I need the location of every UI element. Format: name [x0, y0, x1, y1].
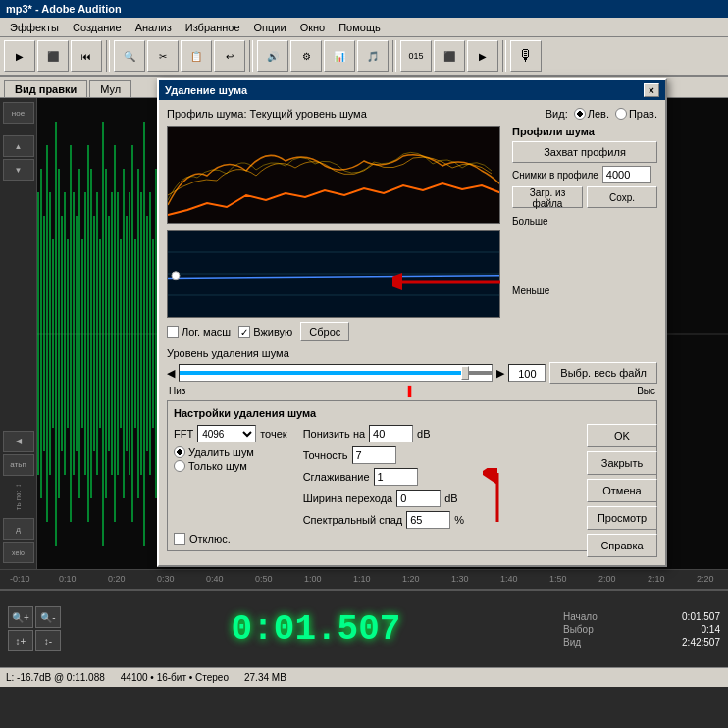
settings-title: Настройки удаления шума [174, 407, 650, 419]
spectral-row: Спектральный спад % [303, 511, 464, 529]
reset-btn[interactable]: Сброс [300, 322, 349, 341]
high-label: Выс [637, 386, 655, 396]
transition-label: Ширина перехода [303, 493, 393, 504]
noise-level-slider[interactable] [179, 364, 493, 382]
profiles-right-panel: Профили шума Захват профиля Снимки в про… [512, 126, 657, 318]
remove-noise-label: Удалить шум [188, 446, 254, 458]
view-radio-group: Вид: Лев. Прав. [546, 108, 657, 120]
profile-title: Профиль шума: Текущий уровень шума [167, 108, 367, 120]
preview-btn[interactable]: Просмотр [587, 506, 657, 530]
profiles-label: Профили шума [512, 126, 657, 137]
dialog-overlay: Удаление шума × Профиль шума: Текущий ур… [0, 0, 728, 728]
dialog-close-btn[interactable]: × [644, 83, 659, 97]
profile-header: Профиль шума: Текущий уровень шума Вид: … [167, 108, 657, 120]
fft-unit: точек [260, 428, 286, 440]
fft-label: FFT [174, 428, 193, 440]
svg-rect-52 [168, 127, 499, 223]
noise-reduction-display [167, 230, 500, 318]
remove-noise-radio[interactable] [174, 446, 185, 458]
less-label: Меньше [512, 286, 657, 296]
close-btn[interactable]: Закрыть [587, 451, 657, 475]
reduce-label: Понизить на [303, 428, 365, 440]
low-label: Низ [169, 386, 185, 396]
live-label: Вживую [253, 326, 292, 338]
log-scale-label: Лог. масш [182, 326, 231, 338]
radio-left-input[interactable] [574, 108, 586, 120]
fft-select[interactable]: 4096 2048 8192 [197, 425, 256, 442]
spectral-unit: % [454, 514, 464, 526]
range-labels: Низ ▌ Выс [167, 386, 657, 396]
live-checkbox[interactable]: Вживую [238, 326, 292, 338]
only-noise-radio[interactable] [174, 460, 185, 472]
slider-right-arrow: ▶ [496, 367, 504, 380]
noise-reduction-dialog: Удаление шума × Профиль шума: Текущий ур… [157, 78, 667, 567]
radio-right-input[interactable] [615, 108, 627, 120]
dialog-titlebar: Удаление шума × [159, 80, 665, 100]
transition-row: Ширина перехода dB [303, 490, 464, 507]
save-file-btn[interactable]: Сохр. [587, 186, 657, 208]
only-noise-label: Только шум [188, 460, 247, 472]
radio-right[interactable]: Прав. [615, 108, 657, 120]
apply-all-btn[interactable]: Выбр. весь файл [549, 362, 657, 384]
slider-left-arrow: ◀ [167, 367, 175, 380]
remove-noise-option[interactable]: Удалить шум [174, 446, 287, 458]
smoothing-input[interactable] [374, 468, 418, 486]
cancel-btn[interactable]: Отмена [587, 479, 657, 502]
accuracy-row: Точность [303, 446, 464, 464]
spectral-input[interactable] [406, 511, 450, 529]
transition-unit: dB [444, 493, 457, 504]
radio-right-label: Прав. [629, 108, 657, 120]
mode-radio: Удалить шум Только шум [174, 446, 287, 472]
capture-profile-btn[interactable]: Захват профиля [512, 141, 657, 163]
reduce-row: Понизить на dB [303, 425, 464, 442]
spectrum-left [167, 126, 504, 318]
spectrum-section: Профили шума Захват профиля Снимки в про… [167, 126, 657, 318]
file-buttons: Загр. из файла Сохр. [512, 186, 657, 208]
live-input[interactable] [238, 326, 250, 338]
noise-level-value: 100 [508, 364, 546, 382]
spectral-label: Спектральный спад [303, 514, 403, 526]
snapshots-input[interactable] [602, 166, 651, 183]
snapshots-row: Снимки в профиле [512, 166, 657, 183]
fft-row: FFT 4096 2048 8192 точек [174, 425, 287, 442]
settings-section: Настройки удаления шума FFT 4096 2048 81… [167, 400, 657, 551]
dialog-body: Профиль шума: Текущий уровень шума Вид: … [159, 100, 665, 565]
radio-left-label: Лев. [588, 108, 609, 120]
log-scale-checkbox[interactable]: Лог. масш [167, 326, 231, 338]
noise-level-section: Уровень удаления шума ◀ ▶ 100 Выбр. весь… [167, 347, 657, 396]
accuracy-input[interactable] [352, 446, 396, 464]
checkbox-row: Лог. масш Вживую Сброс [167, 322, 657, 341]
radio-left[interactable]: Лев. [574, 108, 609, 120]
settings-grid: FFT 4096 2048 8192 точек Удалить ш [174, 425, 650, 529]
noise-level-slider-row: ◀ ▶ 100 Выбр. весь файл [167, 362, 657, 384]
accuracy-label: Точность [303, 449, 348, 461]
reduce-input[interactable] [369, 425, 413, 442]
settings-col-left: FFT 4096 2048 8192 точек Удалить ш [174, 425, 287, 529]
more-label: Больше [512, 216, 657, 227]
disconnect-row: Отклюс. [174, 533, 650, 545]
settings-col-right: Понизить на dB Точность Сглаживание [303, 425, 464, 529]
noise-profile-display [167, 126, 500, 224]
transition-input[interactable] [396, 490, 441, 507]
smoothing-row: Сглаживание [303, 468, 464, 486]
svg-point-58 [172, 272, 180, 280]
high-marker: ▌ [408, 386, 415, 396]
smoothing-label: Сглаживание [303, 471, 370, 483]
level-labels: Больше [512, 216, 657, 227]
action-buttons: OK Закрыть Отмена Просмотр Справка [587, 424, 657, 557]
help-btn[interactable]: Справка [587, 534, 657, 557]
view-label: Вид: [546, 108, 568, 120]
level-label-less-container: Меньше [512, 286, 657, 296]
snapshots-label: Снимки в профиле [512, 170, 598, 181]
log-scale-input[interactable] [167, 326, 179, 338]
disconnect-label: Отклюс. [189, 533, 231, 545]
only-noise-option[interactable]: Только шум [174, 460, 287, 472]
noise-level-label: Уровень удаления шума [167, 347, 657, 359]
reduce-unit: dB [417, 428, 430, 440]
dialog-title: Удаление шума [165, 84, 247, 96]
load-file-btn[interactable]: Загр. из файла [512, 186, 583, 208]
ok-btn[interactable]: OK [587, 424, 657, 447]
disconnect-checkbox[interactable] [174, 533, 185, 545]
